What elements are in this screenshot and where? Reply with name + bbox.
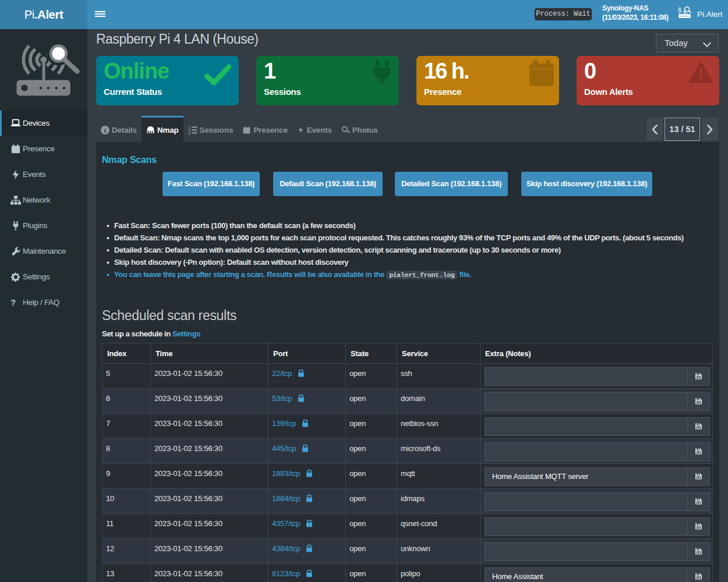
svg-text:i: i [104, 126, 106, 133]
svg-text:3: 3 [188, 131, 190, 134]
